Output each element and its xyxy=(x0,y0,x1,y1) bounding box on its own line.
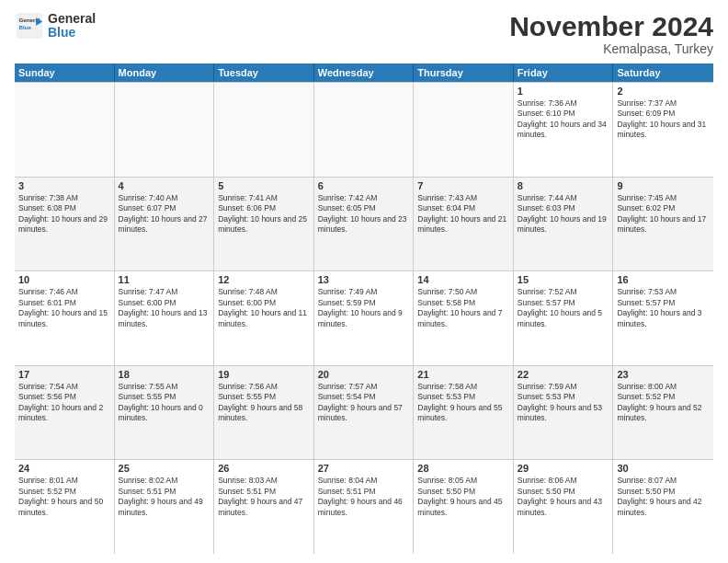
calendar-cell-1-6: 9Sunrise: 7:45 AM Sunset: 6:02 PM Daylig… xyxy=(613,178,713,271)
logo-general: General xyxy=(48,12,96,26)
calendar: SundayMondayTuesdayWednesdayThursdayFrid… xyxy=(15,63,713,554)
day-info: Sunrise: 8:03 AM Sunset: 5:51 PM Dayligh… xyxy=(218,476,310,518)
calendar-cell-0-3 xyxy=(314,83,415,177)
calendar-cell-3-1: 18Sunrise: 7:55 AM Sunset: 5:55 PM Dayli… xyxy=(115,366,215,460)
day-number: 7 xyxy=(417,180,509,191)
header-day-saturday: Saturday xyxy=(613,63,713,82)
calendar-cell-4-1: 25Sunrise: 8:02 AM Sunset: 5:51 PM Dayli… xyxy=(115,460,215,554)
day-number: 26 xyxy=(218,463,310,474)
logo-text: General Blue xyxy=(48,12,96,40)
day-number: 6 xyxy=(318,180,410,191)
day-number: 11 xyxy=(119,274,210,285)
calendar-row-4: 24Sunrise: 8:01 AM Sunset: 5:52 PM Dayli… xyxy=(15,460,713,554)
day-number: 12 xyxy=(218,274,310,285)
day-number: 22 xyxy=(518,369,609,380)
day-number: 1 xyxy=(518,86,609,97)
calendar-row-1: 3Sunrise: 7:38 AM Sunset: 6:08 PM Daylig… xyxy=(15,178,713,272)
calendar-cell-1-3: 6Sunrise: 7:42 AM Sunset: 6:05 PM Daylig… xyxy=(314,178,415,271)
day-number: 3 xyxy=(18,180,110,191)
day-number: 21 xyxy=(417,369,509,380)
calendar-cell-3-5: 22Sunrise: 7:59 AM Sunset: 5:53 PM Dayli… xyxy=(514,366,614,460)
day-number: 8 xyxy=(518,180,609,191)
header-day-wednesday: Wednesday xyxy=(314,63,415,82)
day-info: Sunrise: 7:38 AM Sunset: 6:08 PM Dayligh… xyxy=(18,193,110,236)
location: Kemalpasa, Turkey xyxy=(509,41,713,56)
day-info: Sunrise: 7:37 AM Sunset: 6:09 PM Dayligh… xyxy=(617,98,710,141)
calendar-cell-3-0: 17Sunrise: 7:54 AM Sunset: 5:56 PM Dayli… xyxy=(15,366,115,460)
svg-text:Blue: Blue xyxy=(18,24,31,30)
day-info: Sunrise: 7:47 AM Sunset: 6:00 PM Dayligh… xyxy=(119,287,210,329)
day-number: 25 xyxy=(119,463,210,474)
calendar-cell-4-5: 29Sunrise: 8:06 AM Sunset: 5:50 PM Dayli… xyxy=(514,460,614,554)
header-day-thursday: Thursday xyxy=(414,63,514,82)
day-number: 30 xyxy=(617,463,710,474)
calendar-cell-2-2: 12Sunrise: 7:48 AM Sunset: 6:00 PM Dayli… xyxy=(214,271,314,365)
logo-icon: General Blue xyxy=(15,11,44,40)
calendar-row-0: 1Sunrise: 7:36 AM Sunset: 6:10 PM Daylig… xyxy=(15,82,713,178)
calendar-cell-2-6: 16Sunrise: 7:53 AM Sunset: 5:57 PM Dayli… xyxy=(613,271,713,365)
calendar-cell-1-5: 8Sunrise: 7:44 AM Sunset: 6:03 PM Daylig… xyxy=(514,178,614,271)
calendar-cell-3-3: 20Sunrise: 7:57 AM Sunset: 5:54 PM Dayli… xyxy=(314,366,415,460)
calendar-cell-4-4: 28Sunrise: 8:05 AM Sunset: 5:50 PM Dayli… xyxy=(414,460,514,554)
day-number: 9 xyxy=(617,180,710,191)
day-number: 18 xyxy=(119,369,210,380)
day-number: 29 xyxy=(518,463,609,474)
day-number: 15 xyxy=(518,274,609,285)
page: General Blue General Blue November 2024 … xyxy=(0,0,728,563)
calendar-cell-0-4 xyxy=(414,83,514,177)
calendar-cell-2-0: 10Sunrise: 7:46 AM Sunset: 6:01 PM Dayli… xyxy=(15,271,115,365)
day-info: Sunrise: 7:49 AM Sunset: 5:59 PM Dayligh… xyxy=(318,287,410,329)
calendar-cell-4-2: 26Sunrise: 8:03 AM Sunset: 5:51 PM Dayli… xyxy=(214,460,314,554)
calendar-body: 1Sunrise: 7:36 AM Sunset: 6:10 PM Daylig… xyxy=(15,82,713,554)
day-info: Sunrise: 7:56 AM Sunset: 5:55 PM Dayligh… xyxy=(218,382,310,424)
calendar-cell-4-0: 24Sunrise: 8:01 AM Sunset: 5:52 PM Dayli… xyxy=(15,460,115,554)
calendar-cell-1-1: 4Sunrise: 7:40 AM Sunset: 6:07 PM Daylig… xyxy=(115,178,215,271)
day-number: 2 xyxy=(617,86,710,97)
calendar-cell-3-4: 21Sunrise: 7:58 AM Sunset: 5:53 PM Dayli… xyxy=(414,366,514,460)
day-info: Sunrise: 7:55 AM Sunset: 5:55 PM Dayligh… xyxy=(119,382,210,424)
day-info: Sunrise: 7:40 AM Sunset: 6:07 PM Dayligh… xyxy=(119,193,210,236)
day-info: Sunrise: 8:04 AM Sunset: 5:51 PM Dayligh… xyxy=(318,476,410,518)
calendar-cell-0-1 xyxy=(115,83,215,177)
day-number: 17 xyxy=(18,369,110,380)
day-info: Sunrise: 7:36 AM Sunset: 6:10 PM Dayligh… xyxy=(518,98,609,141)
day-number: 24 xyxy=(18,463,110,474)
calendar-row-2: 10Sunrise: 7:46 AM Sunset: 6:01 PM Dayli… xyxy=(15,271,713,366)
day-info: Sunrise: 7:44 AM Sunset: 6:03 PM Dayligh… xyxy=(518,193,609,236)
logo-blue: Blue xyxy=(48,26,96,40)
day-info: Sunrise: 7:57 AM Sunset: 5:54 PM Dayligh… xyxy=(318,382,410,424)
header-day-monday: Monday xyxy=(115,63,215,82)
day-info: Sunrise: 7:42 AM Sunset: 6:05 PM Dayligh… xyxy=(318,193,410,236)
day-info: Sunrise: 8:05 AM Sunset: 5:50 PM Dayligh… xyxy=(417,476,509,518)
day-number: 23 xyxy=(617,369,710,380)
day-number: 27 xyxy=(318,463,410,474)
logo: General Blue General Blue xyxy=(15,11,96,40)
month-title: November 2024 xyxy=(509,11,713,41)
header: General Blue General Blue November 2024 … xyxy=(15,11,713,56)
header-day-friday: Friday xyxy=(514,63,614,82)
title-block: November 2024 Kemalpasa, Turkey xyxy=(509,11,713,56)
calendar-cell-1-0: 3Sunrise: 7:38 AM Sunset: 6:08 PM Daylig… xyxy=(15,178,115,271)
day-info: Sunrise: 7:48 AM Sunset: 6:00 PM Dayligh… xyxy=(218,287,310,329)
calendar-cell-0-0 xyxy=(15,83,115,177)
day-info: Sunrise: 7:46 AM Sunset: 6:01 PM Dayligh… xyxy=(18,287,110,329)
calendar-row-3: 17Sunrise: 7:54 AM Sunset: 5:56 PM Dayli… xyxy=(15,366,713,461)
calendar-header: SundayMondayTuesdayWednesdayThursdayFrid… xyxy=(15,63,713,82)
day-info: Sunrise: 8:07 AM Sunset: 5:50 PM Dayligh… xyxy=(617,476,710,518)
day-number: 4 xyxy=(119,180,210,191)
day-info: Sunrise: 7:53 AM Sunset: 5:57 PM Dayligh… xyxy=(617,287,710,329)
day-number: 14 xyxy=(417,274,509,285)
calendar-cell-2-4: 14Sunrise: 7:50 AM Sunset: 5:58 PM Dayli… xyxy=(414,271,514,365)
calendar-cell-0-5: 1Sunrise: 7:36 AM Sunset: 6:10 PM Daylig… xyxy=(514,83,614,177)
day-number: 19 xyxy=(218,369,310,380)
day-info: Sunrise: 8:00 AM Sunset: 5:52 PM Dayligh… xyxy=(617,382,710,424)
calendar-cell-4-3: 27Sunrise: 8:04 AM Sunset: 5:51 PM Dayli… xyxy=(314,460,415,554)
day-info: Sunrise: 7:59 AM Sunset: 5:53 PM Dayligh… xyxy=(518,382,609,424)
day-number: 16 xyxy=(617,274,710,285)
calendar-cell-3-6: 23Sunrise: 8:00 AM Sunset: 5:52 PM Dayli… xyxy=(613,366,713,460)
day-info: Sunrise: 7:50 AM Sunset: 5:58 PM Dayligh… xyxy=(417,287,509,329)
day-info: Sunrise: 7:43 AM Sunset: 6:04 PM Dayligh… xyxy=(417,193,509,236)
day-number: 20 xyxy=(318,369,410,380)
header-day-tuesday: Tuesday xyxy=(214,63,314,82)
calendar-cell-2-3: 13Sunrise: 7:49 AM Sunset: 5:59 PM Dayli… xyxy=(314,271,415,365)
